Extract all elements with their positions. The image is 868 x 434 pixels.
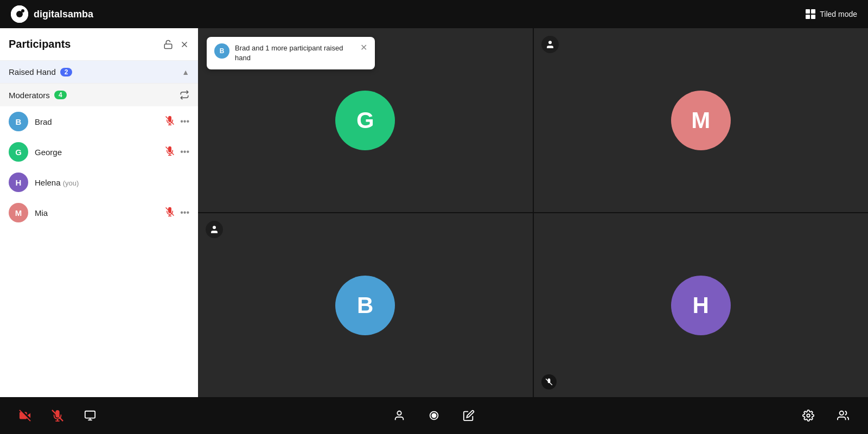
more-george[interactable]: ••• <box>180 147 189 157</box>
actions-brad: ••• <box>165 116 189 127</box>
notification-popup: B Brad and 1 more participant raised han… <box>207 37 375 69</box>
svg-point-13 <box>213 226 216 229</box>
avatar-george: G <box>9 142 28 162</box>
more-participants-button[interactable] <box>831 404 855 427</box>
participant-mia: M Mia ••• <box>0 197 198 228</box>
avatar-mia: M <box>9 203 28 222</box>
video-cell-brad: B <box>198 213 533 397</box>
video-avatar-brad: B <box>335 276 395 335</box>
settings-button[interactable] <box>796 404 820 427</box>
video-grid: B Brad and 1 more participant raised han… <box>198 28 868 397</box>
svg-rect-19 <box>85 411 95 418</box>
mute-icon-george[interactable] <box>165 146 175 158</box>
sidebar-header: Participants <box>0 28 198 61</box>
raised-hand-chevron: ▲ <box>182 68 189 76</box>
close-sidebar-button[interactable] <box>180 40 189 49</box>
moderators-label: Moderators 4 <box>9 91 67 100</box>
raised-hand-label: Raised Hand 2 <box>9 67 72 76</box>
tiled-mode-icon <box>806 9 815 19</box>
participant-brad: B Brad ••• <box>0 106 198 137</box>
main-area: Participants Raised Han <box>0 28 868 397</box>
svg-point-22 <box>397 411 401 415</box>
participant-helena: H Helena (you) <box>0 167 198 197</box>
toolbar-left <box>13 404 102 427</box>
logo-text: digitalsamba <box>34 9 93 20</box>
moderators-action-button[interactable] <box>180 90 189 100</box>
svg-point-2 <box>21 9 24 12</box>
toolbar-center <box>387 404 481 427</box>
mute-icon-mia[interactable] <box>165 207 175 219</box>
video-cell-mia: M <box>534 28 869 212</box>
notification-avatar: B <box>214 43 229 59</box>
mute-icon-brad[interactable] <box>165 116 175 127</box>
participant-george: G George ••• <box>0 137 198 167</box>
svg-point-12 <box>548 41 552 44</box>
actions-george: ••• <box>165 146 189 158</box>
tiled-mode[interactable]: Tiled mode <box>806 9 857 19</box>
mute-icon-cell-helena <box>541 374 557 390</box>
toolbar <box>0 397 868 434</box>
toolbar-right <box>796 404 855 427</box>
participants-center-button[interactable] <box>387 404 411 427</box>
mic-off-button[interactable] <box>46 404 69 427</box>
screen-share-button[interactable] <box>78 404 102 427</box>
moderators-badge: 4 <box>54 91 67 99</box>
avatar-helena: H <box>9 173 28 192</box>
more-mia[interactable]: ••• <box>180 208 189 218</box>
sidebar-title: Participants <box>9 38 71 50</box>
actions-mia: ••• <box>165 207 189 219</box>
svg-point-24 <box>432 413 436 417</box>
name-george: George <box>35 148 158 157</box>
notification-close-button[interactable]: ✕ <box>360 43 367 52</box>
video-avatar-mia: M <box>671 91 731 150</box>
name-helena: Helena (you) <box>35 178 183 187</box>
camera-off-button[interactable] <box>13 404 37 427</box>
annotate-button[interactable] <box>457 404 481 427</box>
sidebar-header-icons <box>163 40 189 49</box>
record-button[interactable] <box>422 404 446 427</box>
topbar: digitalsamba Tiled mode <box>0 0 868 28</box>
avatar-brad: B <box>9 112 28 131</box>
svg-point-26 <box>840 411 844 415</box>
svg-point-25 <box>807 414 810 417</box>
svg-rect-3 <box>164 44 172 48</box>
notification-text: Brad and 1 more participant raised hand <box>235 43 355 63</box>
more-brad[interactable]: ••• <box>180 117 189 126</box>
sidebar: Participants Raised Han <box>0 28 198 397</box>
person-icon-brad <box>206 221 223 238</box>
video-avatar-helena: H <box>671 276 731 335</box>
tiled-mode-label: Tiled mode <box>820 10 857 18</box>
logo-icon <box>11 5 28 23</box>
person-icon-mia <box>541 36 559 53</box>
moderators-section[interactable]: Moderators 4 <box>0 83 198 106</box>
logo: digitalsamba <box>11 5 93 23</box>
video-avatar-george: G <box>335 91 395 150</box>
unlock-button[interactable] <box>163 40 173 49</box>
raised-hand-badge: 2 <box>60 68 73 76</box>
name-mia: Mia <box>35 208 158 218</box>
raised-hand-section[interactable]: Raised Hand 2 ▲ <box>0 61 198 83</box>
name-brad: Brad <box>35 117 158 126</box>
video-cell-helena: H <box>534 213 869 397</box>
